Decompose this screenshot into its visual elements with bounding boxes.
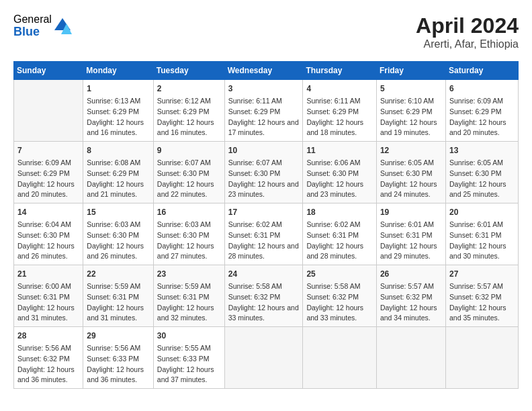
day-header-thursday: Thursday [303, 62, 377, 80]
daylight-text: Daylight: 12 hours and 16 minutes. [87, 118, 144, 137]
day-number: 14 [17, 206, 79, 218]
day-number: 7 [17, 144, 79, 156]
day-number: 30 [157, 330, 221, 342]
day-number: 10 [228, 144, 300, 156]
day-number: 8 [87, 144, 149, 156]
day-header-friday: Friday [376, 62, 445, 80]
day-header-tuesday: Tuesday [153, 62, 224, 80]
daylight-text: Daylight: 12 hours and 19 minutes. [380, 118, 437, 137]
day-number: 5 [380, 83, 442, 95]
calendar-cell [376, 327, 445, 389]
calendar-cell: 3Sunrise: 6:11 AMSunset: 6:29 PMDaylight… [224, 80, 303, 142]
day-number: 27 [449, 268, 515, 280]
calendar-cell: 28Sunrise: 5:56 AMSunset: 6:32 PMDayligh… [14, 327, 83, 389]
sunrise-text: Sunrise: 5:59 AM [157, 282, 211, 290]
day-number: 29 [87, 330, 149, 342]
sunrise-text: Sunrise: 6:13 AM [87, 97, 140, 105]
sunset-text: Sunset: 6:31 PM [157, 293, 210, 301]
daylight-text: Daylight: 12 hours and 33 minutes. [306, 304, 363, 322]
calendar-cell [224, 327, 303, 389]
daylight-text: Daylight: 12 hours and 29 minutes. [380, 242, 437, 261]
sunset-text: Sunset: 6:32 PM [449, 293, 502, 301]
sunset-text: Sunset: 6:29 PM [17, 169, 70, 177]
sunrise-text: Sunrise: 6:09 AM [449, 97, 503, 105]
sunrise-text: Sunrise: 5:56 AM [87, 344, 140, 352]
daylight-text: Daylight: 12 hours and 20 minutes. [449, 118, 506, 137]
sunset-text: Sunset: 6:33 PM [87, 355, 139, 363]
calendar-cell: 4Sunrise: 6:11 AMSunset: 6:29 PMDaylight… [303, 80, 377, 142]
sunrise-text: Sunrise: 6:08 AM [87, 158, 140, 167]
logo-general: General [13, 13, 52, 26]
calendar-cell: 6Sunrise: 6:09 AMSunset: 6:29 PMDaylight… [445, 80, 518, 142]
daylight-text: Daylight: 12 hours and 21 minutes. [87, 180, 144, 199]
calendar-cell: 2Sunrise: 6:12 AMSunset: 6:29 PMDaylight… [153, 80, 224, 142]
daylight-text: Daylight: 12 hours and 23 minutes. [228, 180, 299, 199]
day-number: 6 [449, 83, 515, 95]
daylight-text: Daylight: 12 hours and 22 minutes. [157, 180, 214, 199]
calendar-cell: 17Sunrise: 6:02 AMSunset: 6:31 PMDayligh… [224, 203, 303, 265]
calendar-cell: 29Sunrise: 5:56 AMSunset: 6:33 PMDayligh… [83, 327, 153, 389]
week-row-3: 14Sunrise: 6:04 AMSunset: 6:30 PMDayligh… [14, 203, 519, 265]
logo-blue: Blue [13, 26, 52, 39]
calendar-cell: 20Sunrise: 6:01 AMSunset: 6:31 PMDayligh… [445, 203, 518, 265]
day-number: 4 [306, 83, 373, 95]
day-number: 3 [228, 83, 300, 95]
sunset-text: Sunset: 6:30 PM [449, 169, 502, 177]
day-number: 20 [449, 206, 515, 218]
sunset-text: Sunset: 6:29 PM [87, 107, 139, 116]
daylight-text: Daylight: 12 hours and 23 minutes. [306, 180, 363, 199]
day-number: 16 [157, 206, 221, 218]
day-number: 13 [449, 144, 515, 156]
sunrise-text: Sunrise: 5:59 AM [87, 282, 140, 290]
daylight-text: Daylight: 12 hours and 36 minutes. [17, 365, 75, 384]
title-block: April 2024 Arerti, Afar, Ethiopia [416, 13, 519, 50]
sunset-text: Sunset: 6:30 PM [228, 169, 281, 177]
sunrise-text: Sunrise: 6:03 AM [157, 220, 211, 228]
day-number: 21 [17, 268, 79, 280]
calendar-cell: 16Sunrise: 6:03 AMSunset: 6:30 PMDayligh… [153, 203, 224, 265]
sunrise-text: Sunrise: 6:05 AM [380, 158, 434, 167]
calendar-cell: 7Sunrise: 6:09 AMSunset: 6:29 PMDaylight… [14, 142, 83, 203]
sunrise-text: Sunrise: 6:00 AM [17, 282, 71, 290]
sunset-text: Sunset: 6:32 PM [380, 293, 433, 301]
sunset-text: Sunset: 6:29 PM [87, 169, 139, 177]
week-row-1: 1Sunrise: 6:13 AMSunset: 6:29 PMDaylight… [14, 80, 519, 142]
sunrise-text: Sunrise: 5:57 AM [380, 282, 434, 290]
day-number: 15 [87, 206, 149, 218]
week-row-5: 28Sunrise: 5:56 AMSunset: 6:32 PMDayligh… [14, 327, 519, 389]
daylight-text: Daylight: 12 hours and 16 minutes. [157, 118, 214, 137]
daylight-text: Daylight: 12 hours and 27 minutes. [157, 242, 214, 261]
sunrise-text: Sunrise: 6:09 AM [17, 158, 71, 167]
sunrise-text: Sunrise: 5:56 AM [17, 344, 71, 352]
day-number: 19 [380, 206, 442, 218]
sunrise-text: Sunrise: 5:57 AM [449, 282, 503, 290]
daylight-text: Daylight: 12 hours and 34 minutes. [380, 304, 437, 322]
sunrise-text: Sunrise: 5:58 AM [306, 282, 360, 290]
sunrise-text: Sunrise: 6:02 AM [228, 220, 282, 228]
calendar-cell: 15Sunrise: 6:03 AMSunset: 6:30 PMDayligh… [83, 203, 153, 265]
day-number: 18 [306, 206, 373, 218]
daylight-text: Daylight: 12 hours and 24 minutes. [380, 180, 437, 199]
sunrise-text: Sunrise: 6:12 AM [157, 97, 211, 105]
sunrise-text: Sunrise: 6:04 AM [17, 220, 71, 228]
daylight-text: Daylight: 12 hours and 35 minutes. [449, 304, 506, 322]
sunset-text: Sunset: 6:29 PM [449, 107, 502, 116]
sunset-text: Sunset: 6:32 PM [306, 293, 359, 301]
day-number: 24 [228, 268, 300, 280]
week-row-4: 21Sunrise: 6:00 AMSunset: 6:31 PMDayligh… [14, 265, 519, 327]
sunrise-text: Sunrise: 6:05 AM [449, 158, 503, 167]
week-row-2: 7Sunrise: 6:09 AMSunset: 6:29 PMDaylight… [14, 142, 519, 203]
day-header-saturday: Saturday [445, 62, 518, 80]
daylight-text: Daylight: 12 hours and 28 minutes. [228, 242, 299, 261]
sunrise-text: Sunrise: 6:01 AM [449, 220, 503, 228]
sunrise-text: Sunrise: 5:55 AM [157, 344, 211, 352]
day-number: 25 [306, 268, 373, 280]
sunrise-text: Sunrise: 6:02 AM [306, 220, 360, 228]
sunset-text: Sunset: 6:31 PM [17, 293, 70, 301]
day-number: 23 [157, 268, 221, 280]
calendar-cell: 26Sunrise: 5:57 AMSunset: 6:32 PMDayligh… [376, 265, 445, 327]
sunset-text: Sunset: 6:32 PM [228, 293, 281, 301]
daylight-text: Daylight: 12 hours and 33 minutes. [228, 304, 299, 322]
calendar-cell: 5Sunrise: 6:10 AMSunset: 6:29 PMDaylight… [376, 80, 445, 142]
calendar-table: SundayMondayTuesdayWednesdayThursdayFrid… [13, 61, 519, 389]
